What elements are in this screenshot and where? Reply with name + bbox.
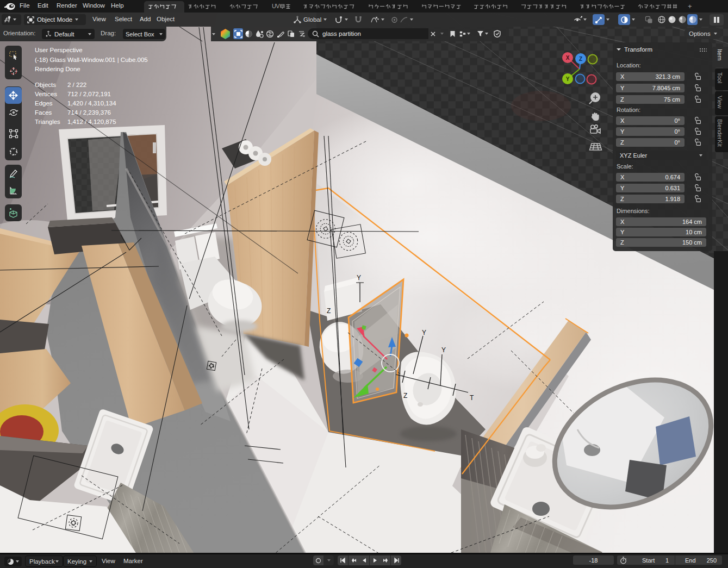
svg-text:Objects: Objects (35, 82, 56, 88)
svg-text:714 / 2,239,376: 714 / 2,239,376 (67, 109, 111, 116)
svg-text:Faces: Faces (35, 109, 52, 116)
svg-text:Y: Y (566, 76, 570, 82)
svg-text:+: + (688, 2, 692, 10)
svg-text:712 / 2,072,191: 712 / 2,072,191 (67, 91, 111, 97)
svg-text:Z: Z (579, 56, 582, 62)
svg-text:Y: Y (357, 274, 361, 282)
svg-text:Edges: Edges (35, 100, 53, 107)
svg-text:T: T (470, 394, 474, 402)
svg-text:V: V (276, 3, 280, 9)
svg-text:Z: Z (327, 307, 331, 315)
svg-text:(-18) Glass Wall-Window.001 |: (-18) Glass Wall-Window.001 | Cube.005 (35, 57, 148, 63)
svg-text:Rendering Done: Rendering Done (35, 66, 80, 72)
svg-text:1,412 / 4,120,875: 1,412 / 4,120,875 (67, 118, 116, 125)
svg-text:Triangles: Triangles (35, 118, 60, 125)
svg-text:User Perspective: User Perspective (35, 47, 83, 53)
svg-text:Vertices: Vertices (35, 91, 57, 97)
svg-text:Y: Y (441, 346, 446, 354)
svg-text:Y: Y (422, 329, 426, 336)
svg-text:2 / 222: 2 / 222 (67, 82, 86, 88)
svg-text:Z: Z (403, 392, 407, 400)
svg-text:1,420 / 4,310,134: 1,420 / 4,310,134 (67, 100, 116, 107)
svg-text:X: X (566, 55, 570, 61)
